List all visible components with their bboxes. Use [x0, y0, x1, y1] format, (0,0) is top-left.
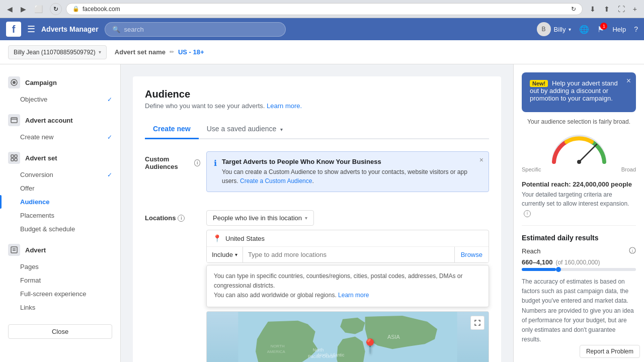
location-search-input[interactable]: [243, 247, 454, 262]
objective-label: Objective: [20, 96, 47, 103]
map-expand-button[interactable]: [470, 316, 485, 330]
custom-audiences-row: Custom Audiences i ℹ Target Adverts to P…: [145, 151, 489, 202]
reach-sub: (of 160,000,000): [555, 259, 600, 266]
create-audience-link[interactable]: Create a Custom Audience: [240, 177, 312, 185]
svg-point-1: [13, 81, 16, 84]
chevron-down-icon: ▾: [569, 27, 571, 32]
main-layout: Campaign Objective ✓ Advert account Crea…: [0, 64, 644, 362]
hamburger-icon[interactable]: ☰: [27, 24, 35, 35]
svg-text:North: North: [313, 347, 324, 352]
new-tab-button[interactable]: +: [630, 3, 640, 15]
info-box-text: You can create a Custom Audience to show…: [222, 167, 481, 186]
report-problem-button[interactable]: Report a Problem: [580, 345, 640, 358]
svg-text:North Atlantic: North Atlantic: [318, 352, 345, 357]
svg-text:i: i: [632, 248, 633, 253]
sidebar-item-pages[interactable]: Pages: [0, 260, 120, 274]
svg-rect-2: [11, 118, 17, 123]
sidebar-item-conversion[interactable]: Conversion ✓: [0, 168, 120, 182]
targeting-info-icon[interactable]: i: [524, 210, 531, 217]
custom-audiences-info-icon[interactable]: i: [194, 159, 200, 166]
globe-icon[interactable]: 🌐: [579, 25, 589, 34]
specific-label: Specific: [522, 166, 541, 172]
locations-input-box: 📍 United States Include ▾ Browse: [206, 230, 489, 263]
svg-rect-8: [11, 247, 17, 253]
notification-close-button[interactable]: ×: [626, 76, 631, 85]
edit-pencil-icon: ✏: [170, 49, 174, 55]
tab-create-new[interactable]: Create new: [145, 120, 199, 139]
browser-chrome: ◀ ▶ ⬜ ↻ 🔒 facebook.com ↻ ⬇ ⬆ ⛶ +: [0, 0, 644, 18]
notifications[interactable]: ⚑ 1: [597, 25, 604, 34]
locations-info-icon[interactable]: i: [178, 215, 185, 222]
tooltip-learn-more-link[interactable]: Learn more: [338, 292, 369, 299]
address-bar[interactable]: 🔒 facebook.com ↻: [66, 3, 583, 15]
include-chevron: ▾: [235, 252, 237, 257]
share-button[interactable]: ⬆: [601, 3, 613, 15]
advert-set-icon: [8, 152, 20, 164]
sidebar-section-advert: Advert Pages Format Full-screen experien…: [0, 240, 120, 314]
broad-label: Broad: [621, 166, 636, 172]
sidebar-section-advert-account: Advert account Create new ✓: [0, 110, 120, 144]
browser-actions[interactable]: ⬇ ⬆ ⛶ +: [587, 3, 640, 15]
sidebar-item-create-new[interactable]: Create new ✓: [0, 130, 120, 144]
help-label[interactable]: Help: [612, 26, 626, 33]
tooltip-text: You can type in specific countries, coun…: [214, 273, 462, 289]
notification-popup: × New! Help your advert stand out by add…: [522, 72, 636, 112]
sidebar-item-links[interactable]: Links: [0, 301, 120, 314]
include-dropdown[interactable]: Include ▾: [207, 247, 243, 262]
location-filter-dropdown[interactable]: People who live in this location ▾: [206, 210, 314, 226]
info-box-title: Target Adverts to People Who Know Your B…: [222, 158, 481, 165]
adset-name-value[interactable]: US - 18+: [178, 48, 204, 56]
selected-location-row: 📍 United States: [207, 230, 489, 247]
fullscreen-button[interactable]: ⛶: [615, 3, 628, 15]
help-question-icon[interactable]: ?: [634, 25, 638, 33]
sidebar-item-placements[interactable]: Placements: [0, 209, 120, 222]
locations-content: People who live in this location ▾ 📍 Uni…: [206, 210, 489, 362]
chevron-down-icon: ▾: [280, 127, 283, 132]
download-button[interactable]: ⬇: [587, 3, 599, 15]
daily-estimates-text: The accuracy of estimates is based on fa…: [522, 277, 636, 344]
campaign-label: Campaign: [25, 79, 57, 86]
forward-button[interactable]: ▶: [18, 3, 29, 15]
map-background: ASIA North Pacific Ocean NORTH AMERICA N…: [207, 312, 489, 362]
browse-button[interactable]: Browse: [454, 247, 489, 262]
advert-set-label: Advert set: [25, 154, 57, 162]
advert-set-section-header: Advert set: [0, 148, 120, 168]
chevron-down-icon: ▾: [99, 49, 101, 55]
meter-labels: Specific Broad: [522, 166, 636, 172]
back-button[interactable]: ◀: [4, 3, 16, 15]
reach-value: 660–4,100: [522, 258, 552, 266]
sidebar-item-fullscreen[interactable]: Full-screen experience: [0, 287, 120, 301]
info-box-close-button[interactable]: ×: [479, 156, 484, 164]
daily-results: Estimated daily results Reach i 660–4,10…: [522, 225, 636, 344]
account-menu[interactable]: B Billy ▾: [537, 22, 572, 36]
location-filter-chevron: ▾: [305, 215, 307, 221]
refresh-button[interactable]: ↻: [50, 3, 62, 15]
adset-name-section: Advert set name ✏ US - 18+: [115, 48, 204, 56]
sidebar-item-format[interactable]: Format: [0, 274, 120, 287]
account-selector[interactable]: Billy Jean (110708859509792) ▾: [8, 45, 107, 59]
browser-nav[interactable]: ◀ ▶ ⬜: [4, 3, 46, 15]
learn-more-link[interactable]: Learn more.: [267, 102, 302, 110]
avatar: B: [537, 22, 551, 36]
saved-audience-label: Use a saved audience: [207, 125, 277, 133]
location-pin-icon: 📍: [213, 234, 221, 242]
main-content: Audience Define who you want to see your…: [121, 64, 513, 362]
reach-info-icon[interactable]: i: [629, 247, 636, 255]
sidebar-item-objective[interactable]: Objective ✓: [0, 93, 120, 106]
sidebar-section-advert-set: Advert set Conversion ✓ Offer Audience P…: [0, 148, 120, 236]
lock-icon: 🔒: [72, 6, 79, 12]
map-controls[interactable]: [470, 316, 485, 330]
sidebar-item-budget-schedule[interactable]: Budget & schedule: [0, 222, 120, 236]
placements-label: Placements: [20, 212, 54, 219]
account-name: Billy Jean (110708859509792): [14, 49, 96, 56]
search-input[interactable]: [124, 26, 278, 33]
sidebar-item-audience[interactable]: Audience: [0, 195, 120, 209]
sidebar-item-offer[interactable]: Offer: [0, 182, 120, 195]
close-button[interactable]: Close: [8, 324, 112, 339]
adset-name-label: Advert set name: [115, 48, 166, 56]
fb-search-container[interactable]: 🔍: [105, 22, 286, 37]
notification-title: New! Help your advert stand out by addin…: [530, 79, 628, 102]
tab-saved-audience[interactable]: Use a saved audience ▾: [199, 120, 291, 139]
campaign-section-header: Campaign: [0, 72, 120, 93]
tab-button[interactable]: ⬜: [31, 3, 46, 15]
